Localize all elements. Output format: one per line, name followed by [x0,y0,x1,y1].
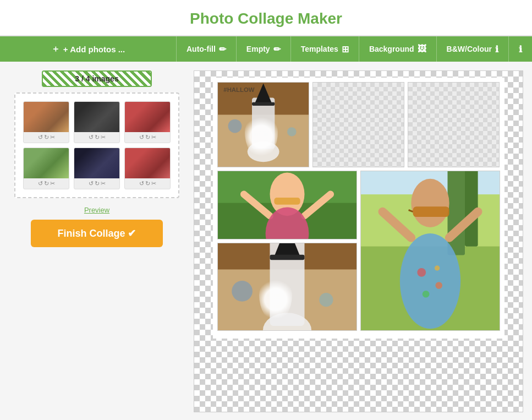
thumb-controls: ↺↻✂ [24,178,69,189]
list-item[interactable]: ↺↻✂ [74,148,120,189]
list-item[interactable]: ↺↻✂ [23,148,69,189]
thumb-controls: ↺↻✂ [125,132,170,143]
empty-icon: ✏ [273,44,281,54]
background-button[interactable]: Background 🖼 [359,36,437,62]
collage-cell-sunglasses[interactable] [360,171,500,331]
svg-point-23 [232,281,253,302]
app-header: Photo Collage Maker [0,0,532,36]
list-item[interactable]: ↺↻✂ [23,101,69,143]
add-photos-button[interactable]: ＋ + Add photos ... [0,36,177,62]
background-icon: 🖼 [418,44,426,54]
plus-icon: ＋ [51,43,60,55]
info-button[interactable]: ℹ [509,36,532,62]
thumb-controls: ↺↻✂ [74,178,119,189]
collage-cell-dancing[interactable] [217,171,357,239]
right-panel: #HALLOW [194,70,523,412]
info-icon: ℹ [519,44,522,54]
preview-link[interactable]: Preview [84,206,109,214]
collage-canvas: #HALLOW [213,78,504,339]
image-grid: ↺↻✂ ↺↻✂ ↺↻✂ [23,101,171,189]
svg-rect-12 [274,198,300,205]
svg-point-39 [434,265,439,270]
thumb-controls: ↺↻✂ [125,178,170,189]
collage-cell-empty-1[interactable] [312,82,404,167]
collage-cell[interactable]: #HALLOW [217,82,309,167]
list-item[interactable]: ↺↻✂ [74,101,120,143]
svg-rect-28 [447,171,465,255]
collage-top-row: #HALLOW [217,82,500,167]
svg-point-30 [411,179,449,227]
collage-bottom-section: #HALLOW [217,171,500,331]
svg-rect-21 [270,255,304,260]
svg-point-36 [417,268,426,277]
svg-point-37 [435,282,442,289]
image-grid-container: ↺↻✂ ↺↻✂ ↺↻✂ [14,92,179,198]
svg-rect-5 [251,102,274,106]
list-item[interactable]: ↺↻✂ [124,148,171,189]
main-content: 3 / 4 images ↺↻✂ ↺↻✂ [0,62,532,420]
main-toolbar: ＋ + Add photos ... Auto-fill ✏ Empty ✏ T… [0,36,532,62]
svg-rect-31 [413,206,449,217]
templates-icon: ⊞ [342,44,349,54]
thumb-controls: ↺↻✂ [24,132,69,143]
svg-point-24 [319,293,333,307]
thumb-controls: ↺↻✂ [74,132,119,143]
collage-cell-halloween2[interactable]: #HALLOW [217,243,357,331]
svg-text:#HALLOW: #HALLOW [223,86,254,93]
app-title: Photo Collage Maker [0,10,532,28]
bwcolour-icon: ℹ [495,44,498,54]
svg-point-38 [422,291,429,298]
svg-point-8 [287,127,297,137]
image-count-text: 3 / 4 images [75,74,118,83]
list-item[interactable]: ↺↻✂ [124,101,171,143]
svg-point-7 [228,119,242,133]
templates-button[interactable]: Templates ⊞ [291,36,359,62]
svg-point-3 [247,141,279,162]
svg-point-35 [399,233,460,329]
autofill-icon: ✏ [219,44,226,54]
finish-collage-button[interactable]: Finish Collage ✔ [31,220,163,247]
bwcolour-button[interactable]: B&W/Colour ℹ [437,36,509,62]
empty-button[interactable]: Empty ✏ [237,36,291,62]
image-count-badge: 3 / 4 images [42,70,152,87]
collage-cell-empty-2[interactable] [408,82,500,167]
left-panel: 3 / 4 images ↺↻✂ ↺↻✂ [9,70,185,412]
autofill-button[interactable]: Auto-fill ✏ [177,36,237,62]
